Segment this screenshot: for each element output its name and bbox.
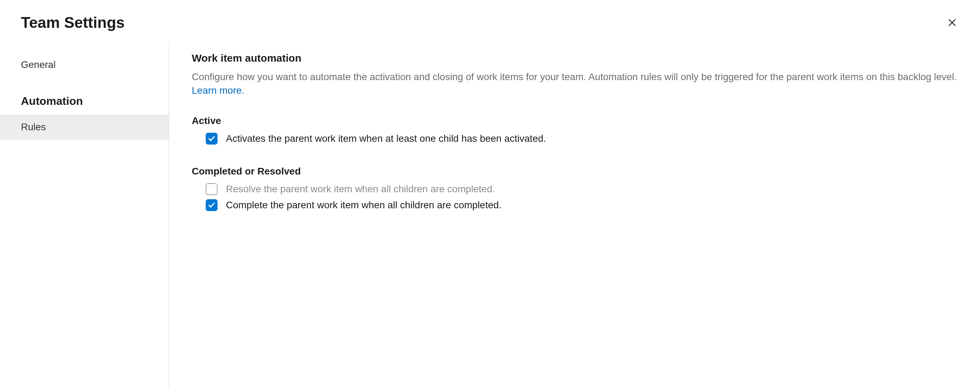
checkbox-label: Resolve the parent work item when all ch… xyxy=(226,184,495,195)
close-button[interactable] xyxy=(945,16,959,30)
check-icon xyxy=(208,135,215,143)
checkbox-checked-icon[interactable] xyxy=(206,133,218,144)
dialog-title: Team Settings xyxy=(21,14,124,31)
dialog-body: GeneralAutomationRules Work item automat… xyxy=(0,42,980,388)
dialog-header: Team Settings xyxy=(0,0,980,42)
checkbox-unchecked-icon xyxy=(206,183,218,195)
content-panel: Work item automation Configure how you w… xyxy=(169,42,980,388)
sidebar-item-general[interactable]: General xyxy=(0,52,169,77)
rule-group-title: Completed or Resolved xyxy=(192,166,959,177)
sidebar: GeneralAutomationRules xyxy=(0,42,169,388)
section-title: Work item automation xyxy=(192,52,959,64)
rule-resolve-parent: Resolve the parent work item when all ch… xyxy=(192,181,959,197)
rule-group-title: Active xyxy=(192,115,959,127)
rule-complete-parent[interactable]: Complete the parent work item when all c… xyxy=(192,197,959,213)
learn-more-link[interactable]: Learn more. xyxy=(192,85,244,96)
team-settings-dialog: Team Settings GeneralAutomationRules Wor… xyxy=(0,0,980,388)
rule-group: Completed or ResolvedResolve the parent … xyxy=(192,166,959,213)
sidebar-heading-automation: Automation xyxy=(0,77,169,115)
section-description: Configure how you want to automate the a… xyxy=(192,70,959,84)
rule-groups-container: ActiveActivates the parent work item whe… xyxy=(192,115,959,213)
close-icon xyxy=(947,18,957,27)
checkbox-label: Complete the parent work item when all c… xyxy=(226,200,502,211)
sidebar-item-rules[interactable]: Rules xyxy=(0,115,169,140)
rule-group: ActiveActivates the parent work item whe… xyxy=(192,115,959,147)
check-icon xyxy=(208,201,215,209)
rule-activate-parent[interactable]: Activates the parent work item when at l… xyxy=(192,131,959,147)
checkbox-label: Activates the parent work item when at l… xyxy=(226,133,546,144)
checkbox-checked-icon[interactable] xyxy=(206,199,218,211)
